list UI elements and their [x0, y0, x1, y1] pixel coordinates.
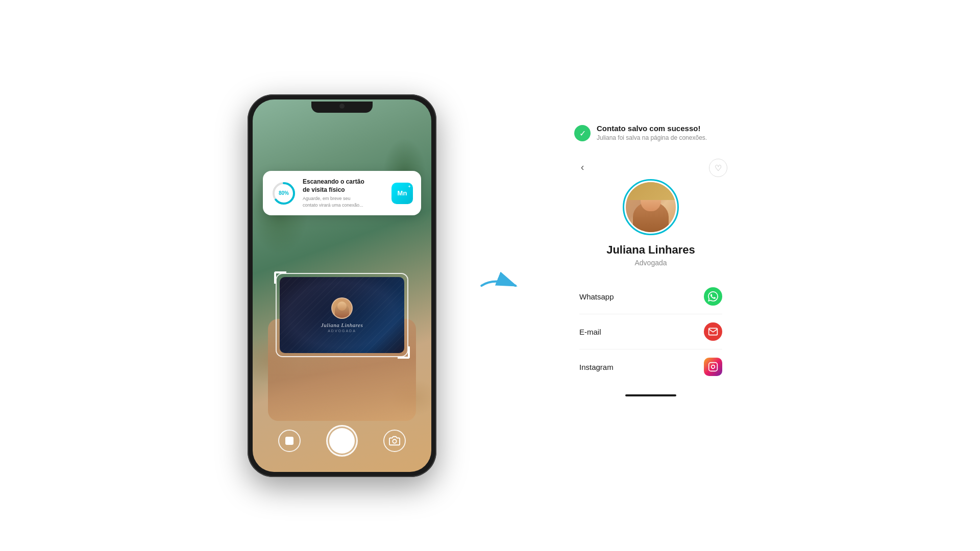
progress-ring: 80% [271, 181, 297, 206]
profile-section: ‹ ♡ Juliana Linhares Advogada [569, 154, 732, 279]
home-indicator [625, 394, 676, 396]
contact-item-email[interactable]: E-mail [579, 314, 722, 349]
whatsapp-icon [704, 287, 722, 306]
contact-items-list: Whatsapp E-mail Instagram [569, 279, 732, 384]
svg-rect-4 [709, 363, 718, 371]
instagram-icon [704, 358, 722, 376]
email-icon [704, 322, 722, 341]
arrow-icon [477, 270, 528, 301]
scan-subtitle: Aguarde, em breve seucontato virará uma … [303, 195, 385, 208]
arrow-container [477, 270, 528, 301]
progress-text: 80% [271, 181, 297, 206]
contact-role: Advogada [634, 259, 667, 267]
scan-notification: 80% Escaneando o cartãode visita físico … [263, 171, 421, 215]
contact-item-whatsapp[interactable]: Whatsapp [579, 279, 722, 314]
shutter-inner [329, 428, 355, 454]
email-label: E-mail [579, 328, 601, 336]
phone-screen: Juliana Linhares ADVOGADA 80% [253, 99, 431, 472]
success-subtitle: Juliana foi salva na página de conexões. [597, 134, 707, 141]
scene: Juliana Linhares ADVOGADA 80% [0, 0, 980, 551]
whatsapp-label: Whatsapp [579, 292, 614, 301]
card-photo [331, 297, 353, 319]
scan-frame: Juliana Linhares ADVOGADA [276, 273, 408, 357]
success-text: Contato salvo com sucesso! Juliana foi s… [597, 124, 707, 141]
phone-mockup: Juliana Linhares ADVOGADA 80% [248, 94, 436, 477]
scan-text-area: Escaneando o cartãode visita físico Agua… [303, 178, 385, 208]
instagram-label: Instagram [579, 363, 614, 371]
success-title: Contato salvo com sucesso! [597, 124, 707, 133]
avatar-container [623, 179, 679, 235]
camera-flip-button[interactable] [383, 430, 406, 452]
card-title: ADVOGADA [328, 329, 356, 333]
avatar [626, 182, 676, 232]
success-checkmark-icon: ✓ [574, 125, 591, 141]
avatar-hair [626, 182, 676, 200]
contact-item-instagram[interactable]: Instagram [579, 349, 722, 384]
svg-point-2 [393, 439, 396, 443]
stop-icon [285, 437, 293, 445]
camera-icon [389, 435, 400, 446]
stop-button[interactable] [278, 430, 301, 452]
scan-title: Escaneando o cartãode visita físico [303, 178, 385, 194]
mn-icon: Mn [391, 183, 413, 204]
right-panel: ✓ Contato salvo com sucesso! Juliana foi… [569, 124, 732, 412]
back-button[interactable]: ‹ [574, 159, 591, 175]
phone-camera [339, 104, 345, 109]
business-card: Juliana Linhares ADVOGADA [280, 277, 404, 353]
favorite-button[interactable]: ♡ [709, 159, 727, 177]
card-name: Juliana Linhares [321, 322, 363, 328]
phone-body: Juliana Linhares ADVOGADA 80% [248, 94, 436, 477]
success-toast: ✓ Contato salvo com sucesso! Juliana foi… [569, 124, 732, 141]
shutter-button[interactable] [326, 425, 358, 457]
contact-name: Juliana Linhares [606, 243, 695, 257]
phone-controls [253, 425, 431, 457]
